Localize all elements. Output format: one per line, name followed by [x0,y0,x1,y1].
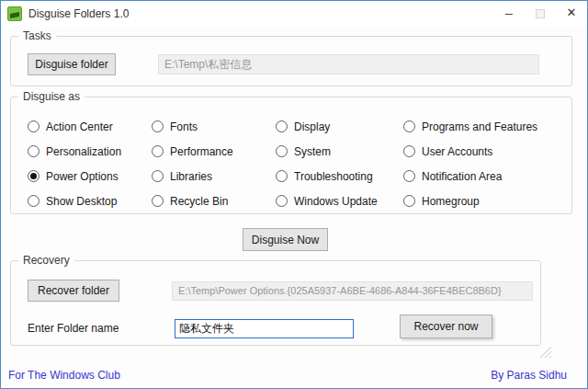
radio-label: Show Desktop [46,195,117,208]
disguise-folder-button[interactable]: Disguise folder [28,53,116,75]
radio-option-system[interactable]: System [276,145,403,158]
radio-icon-notification-area[interactable] [403,170,415,182]
radio-icon-troubleshooting[interactable] [276,170,288,182]
tasks-group-label: Tasks [18,29,56,42]
radio-label: System [294,145,331,158]
titlebar[interactable]: Disguise Folders 1.0 – ✕ [1,1,587,27]
recovery-group: Recovery Recover folder E:\Temp\Power Op… [10,260,541,346]
radio-label: Troubleshooting [294,170,373,183]
radio-option-recycle-bin[interactable]: Recycle Bin [152,195,276,208]
disguise-as-group-label: Disguise as [18,90,85,103]
radio-label: Performance [170,145,233,158]
radio-option-action-center[interactable]: Action Center [28,120,152,133]
radio-label: Personalization [46,145,121,158]
radio-icon-action-center[interactable] [28,120,40,132]
radio-option-troubleshooting[interactable]: Troubleshooting [276,170,403,183]
radio-label: Notification Area [422,170,502,183]
disguise-as-group: Disguise as Action Center Personalizatio… [10,97,572,214]
radio-icon-power-options[interactable] [28,170,40,182]
radio-option-windows-update[interactable]: Windows Update [276,195,403,208]
window-title: Disguise Folders 1.0 [28,1,129,27]
radio-option-user-accounts[interactable]: User Accounts [403,145,573,158]
author-link[interactable]: By Paras Sidhu [491,369,567,382]
recovery-group-label: Recovery [18,254,74,267]
folder-name-input[interactable] [175,319,354,338]
radio-label: Power Options [46,170,119,183]
disguise-options-grid: Action Center Personalization Power Opti… [28,114,573,213]
radio-option-show-desktop[interactable]: Show Desktop [28,195,152,208]
radio-icon-display[interactable] [276,120,288,132]
resize-grip[interactable] [537,344,553,360]
radio-label: Recycle Bin [170,195,228,208]
radio-option-homegroup[interactable]: Homegroup [403,195,573,208]
radio-icon-fonts[interactable] [152,120,164,132]
disguise-now-button[interactable]: Disguise Now [243,228,328,251]
radio-label: User Accounts [422,145,492,158]
radio-option-fonts[interactable]: Fonts [152,120,276,133]
radio-icon-show-desktop[interactable] [28,195,40,207]
radio-icon-performance[interactable] [152,145,164,157]
app-window: Disguise Folders 1.0 – ✕ Tasks Disguise … [0,0,588,389]
radio-option-power-options[interactable]: Power Options [28,170,152,183]
disguise-path-field[interactable]: E:\Temp\私密信息 [158,54,539,74]
radio-icon-homegroup[interactable] [403,195,415,207]
tasks-group: Tasks Disguise folder E:\Temp\私密信息 [10,36,572,86]
recover-path-field[interactable]: E:\Temp\Power Options.{025A5937-A6BE-468… [172,281,533,301]
radio-icon-recycle-bin[interactable] [152,195,164,207]
radio-icon-windows-update[interactable] [276,195,288,207]
radio-option-display[interactable]: Display [276,120,403,133]
radio-label: Homegroup [422,195,480,208]
maximize-button [525,1,556,27]
radio-icon-personalization[interactable] [28,145,40,157]
radio-label: Programs and Features [422,120,537,133]
app-icon [7,6,22,21]
recover-now-button[interactable]: Recover now [400,315,492,338]
maximize-icon [536,9,545,18]
radio-label: Fonts [170,120,198,133]
close-button[interactable]: ✕ [556,1,587,27]
windows-club-link[interactable]: For The Windows Club [8,369,120,382]
radio-option-programs-and-features[interactable]: Programs and Features [403,120,573,133]
radio-option-notification-area[interactable]: Notification Area [403,170,573,183]
radio-label: Display [294,120,330,133]
minimize-button[interactable]: – [493,1,525,27]
radio-icon-user-accounts[interactable] [403,145,415,157]
radio-icon-system[interactable] [276,145,288,157]
radio-label: Action Center [46,120,113,133]
radio-option-libraries[interactable]: Libraries [152,170,276,183]
radio-label: Libraries [170,170,212,183]
radio-option-personalization[interactable]: Personalization [28,145,152,158]
radio-label: Windows Update [294,195,378,208]
radio-option-performance[interactable]: Performance [152,145,276,158]
radio-icon-libraries[interactable] [152,170,164,182]
folder-name-label: Enter Folder name [28,322,119,335]
recover-folder-button[interactable]: Recover folder [28,280,119,302]
radio-icon-programs-and-features[interactable] [403,120,415,132]
